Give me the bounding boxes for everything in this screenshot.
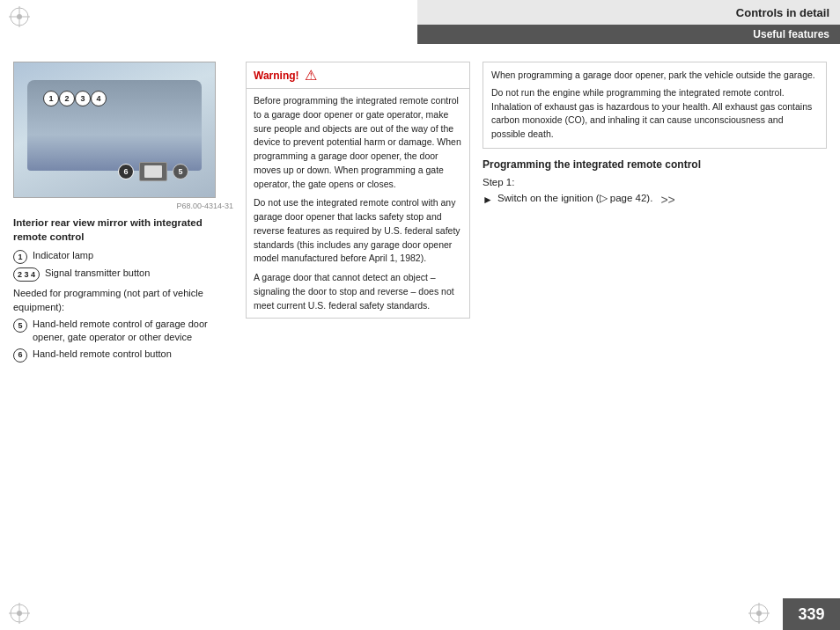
page-number: 339: [798, 605, 824, 624]
mirror-image: 1 2 3 4 6 5: [13, 62, 216, 198]
warning-para-3: A garage door that cannot detect an obje…: [254, 271, 462, 312]
mirror-shape: 1 2 3 4: [27, 80, 202, 171]
mirror-btn-inner: [144, 165, 162, 178]
item-label-234: Signal transmitter button: [45, 267, 233, 280]
warning-icon: ⚠: [305, 67, 317, 84]
top-left-corner: [7, 4, 32, 29]
subheader-bar: Useful features: [417, 25, 840, 44]
badge-1: 1: [43, 91, 59, 106]
warning-title: Warning!: [254, 70, 299, 82]
item-num-5: 5: [13, 319, 27, 333]
svg-point-11: [17, 611, 22, 616]
header-bar: Controls in detail: [417, 0, 840, 25]
badge-6: 6: [118, 164, 134, 179]
badge-3: 3: [75, 91, 91, 106]
caption-heading: Interior rear view mirror with integrate…: [13, 216, 233, 244]
main-content: 1 2 3 4 6 5 P68.00-4314-31 Interior rear…: [0, 53, 840, 595]
warning-box: Warning! ⚠ Before programming the integr…: [246, 62, 470, 319]
right-top-para-1: When programming a garage door opener, p…: [491, 69, 818, 83]
double-arrow-icon: >>: [660, 191, 674, 209]
programming-heading: Programming the integrated remote contro…: [483, 158, 827, 172]
item-num-234: 2 3 4: [13, 267, 40, 282]
warning-para-2: Do not use the integrated remote control…: [254, 196, 462, 266]
image-ref: P68.00-4314-31: [13, 201, 233, 210]
left-column: 1 2 3 4 6 5 P68.00-4314-31 Interior rear…: [13, 62, 233, 586]
item-label-6: Hand-held remote control button: [33, 348, 233, 361]
list-item: 2 3 4 Signal transmitter button: [13, 267, 233, 282]
right-top-box: When programming a garage door opener, p…: [483, 62, 827, 149]
bottom-left-corner: [7, 601, 32, 626]
list-item-6: 6 Hand-held remote control button: [13, 348, 233, 363]
header-title: Controls in detail: [736, 6, 829, 19]
warning-para-1: Before programming the integrated remote…: [254, 94, 462, 191]
list-item: 1 Indicator lamp: [13, 249, 233, 264]
svg-point-15: [756, 611, 762, 616]
warning-body: Before programming the integrated remote…: [247, 89, 469, 318]
items-list-2: 5 Hand-held remote control of garage doo…: [13, 318, 233, 363]
badge-2: 2: [59, 91, 75, 106]
badge-5: 5: [173, 164, 188, 179]
arrow-right-icon: ►: [483, 192, 493, 208]
item-label-1: Indicator lamp: [33, 249, 233, 262]
step1-text: Switch on the ignition (▷ page 42).: [497, 191, 653, 206]
needed-text: Needed for programming (not part of vehi…: [13, 287, 233, 314]
step-item: ► Switch on the ignition (▷ page 42). >>: [483, 191, 827, 209]
warning-header: Warning! ⚠: [247, 62, 469, 89]
page-number-box: 339: [783, 598, 840, 630]
right-top-para-2: Do not run the engine while programming …: [491, 86, 818, 142]
bottom-right-corner: [747, 601, 771, 626]
item-label-5: Hand-held remote control of garage door …: [33, 318, 233, 345]
step-label: Step 1:: [483, 177, 827, 187]
mirror-controls: 6 5: [118, 162, 188, 181]
items-list: 1 Indicator lamp 2 3 4 Signal transmitte…: [13, 249, 233, 282]
subheader-subtitle: Useful features: [753, 28, 829, 40]
svg-point-3: [17, 14, 22, 19]
right-column: When programming a garage door opener, p…: [483, 62, 827, 586]
item-num-6: 6: [13, 348, 27, 363]
badge-4: 4: [91, 91, 107, 106]
list-item-5: 5 Hand-held remote control of garage doo…: [13, 318, 233, 345]
item-num-1: 1: [13, 250, 27, 264]
mirror-btn-rect: [139, 162, 167, 181]
middle-column: Warning! ⚠ Before programming the integr…: [246, 62, 470, 586]
